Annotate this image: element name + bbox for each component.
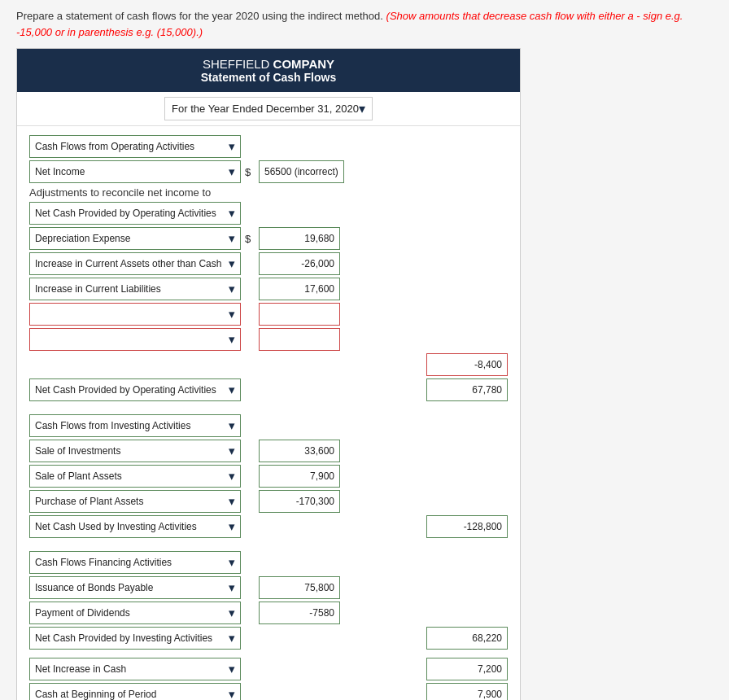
bonds-row: Issuance of Bonds Payable ▾ $ 75,800: [29, 576, 508, 599]
dividends-row: Payment of Dividends ▾ $ -7580: [29, 602, 508, 624]
depreciation-row: Depreciation Expense ▾ $ 19,680: [29, 227, 508, 250]
net-cash-adj-arrow: ▾: [229, 206, 235, 221]
current-assets-label: Increase in Current Assets other than Ca…: [35, 258, 221, 269]
net-cash-financing-arrow: ▾: [229, 631, 235, 645]
current-assets-dropdown[interactable]: Increase in Current Assets other than Ca…: [29, 252, 241, 275]
operating-section-header-row: Cash Flows from Operating Activities ▾: [29, 135, 508, 158]
empty-arrow-2: ▾: [229, 332, 235, 347]
net-income-dollar: $: [245, 166, 255, 178]
operating-section-dropdown[interactable]: Cash Flows from Operating Activities ▾: [29, 135, 241, 158]
bonds-value[interactable]: 75,800: [259, 576, 340, 599]
dividends-arrow: ▾: [229, 606, 235, 620]
period-dropdown-arrow: ▾: [359, 101, 365, 116]
statement-header: SHEFFIELD COMPANY Statement of Cash Flow…: [17, 49, 520, 92]
sale-investments-label: Sale of Investments: [35, 445, 120, 457]
operating-section-label: Cash Flows from Operating Activities: [35, 141, 194, 152]
sale-plant-value[interactable]: 7,900: [259, 465, 340, 488]
empty-row-1: ▾ $: [29, 303, 508, 326]
current-liabilities-value[interactable]: 17,600: [259, 278, 340, 300]
financing-section-dropdown[interactable]: Cash Flows Financing Activities ▾: [29, 551, 241, 574]
net-cash-financing-dropdown[interactable]: Net Cash Provided by Investing Activitie…: [29, 627, 241, 650]
investing-section-header-row: Cash Flows from Investing Activities ▾: [29, 414, 508, 437]
sale-plant-dropdown[interactable]: Sale of Plant Assets ▾: [29, 465, 241, 488]
operating-dropdown-arrow: ▾: [229, 139, 235, 154]
current-liabilities-label: Increase in Current Liabilities: [35, 283, 161, 295]
net-cash-investing-dropdown[interactable]: Net Cash Used by Investing Activities ▾: [29, 515, 241, 538]
empty-value-1[interactable]: [259, 303, 340, 326]
statement-container: SHEFFIELD COMPANY Statement of Cash Flow…: [16, 48, 521, 700]
period-selector[interactable]: For the Year Ended December 31, 2020 ▾: [164, 97, 373, 120]
beginning-cash-value[interactable]: 7,900: [426, 683, 508, 700]
bonds-dropdown[interactable]: Issuance of Bonds Payable ▾: [29, 576, 241, 599]
current-assets-value[interactable]: -26,000: [259, 252, 340, 275]
financing-section-header-row: Cash Flows Financing Activities ▾: [29, 551, 508, 574]
operating-subtotal-row: -8,400: [29, 353, 508, 376]
sale-plant-label: Sale of Plant Assets: [35, 470, 122, 482]
net-income-arrow: ▾: [229, 164, 235, 179]
net-cash-financing-row: Net Cash Provided by Investing Activitie…: [29, 627, 508, 650]
net-income-value[interactable]: 56500 (incorrect): [259, 160, 344, 183]
sale-investments-row: Sale of Investments ▾ $ 33,600: [29, 440, 508, 462]
net-cash-operating-arrow: ▾: [229, 383, 235, 397]
dividends-value[interactable]: -7580: [259, 602, 340, 624]
net-cash-financing-value[interactable]: 68,220: [426, 627, 508, 650]
sale-plant-arrow: ▾: [229, 469, 235, 483]
net-increase-row: Net Increase in Cash ▾ 7,200: [29, 658, 508, 680]
dividends-dropdown[interactable]: Payment of Dividends ▾: [29, 602, 241, 624]
net-increase-arrow: ▾: [229, 662, 235, 676]
empty-dropdown-1[interactable]: ▾: [29, 303, 241, 326]
intro-text: Prepare a statement of cash flows for th…: [16, 8, 713, 40]
investing-section-dropdown[interactable]: Cash Flows from Investing Activities ▾: [29, 414, 241, 437]
purchase-plant-label: Purchase of Plant Assets: [35, 496, 143, 507]
net-cash-operating-dropdown[interactable]: Net Cash Provided by Operating Activitie…: [29, 378, 241, 401]
net-increase-value[interactable]: 7,200: [426, 658, 508, 680]
net-cash-operating-label: Net Cash Provided by Operating Activitie…: [35, 384, 216, 396]
net-cash-investing-value[interactable]: -128,800: [426, 515, 508, 538]
financing-section-label: Cash Flows Financing Activities: [35, 557, 172, 568]
current-liabilities-arrow: ▾: [229, 282, 235, 296]
operating-subtotal-value[interactable]: -8,400: [426, 353, 508, 376]
empty-value-2[interactable]: [259, 328, 340, 351]
net-increase-dropdown[interactable]: Net Increase in Cash ▾: [29, 658, 241, 680]
net-cash-investing-row: Net Cash Used by Investing Activities ▾ …: [29, 515, 508, 538]
purchase-plant-value[interactable]: -170,300: [259, 490, 340, 513]
beginning-cash-arrow: ▾: [229, 687, 235, 700]
purchase-plant-row: Purchase of Plant Assets ▾ $ -170,300: [29, 490, 508, 513]
net-cash-financing-label: Net Cash Provided by Investing Activitie…: [35, 632, 212, 644]
sale-plant-row: Sale of Plant Assets ▾ $ 7,900: [29, 465, 508, 488]
net-cash-investing-label: Net Cash Used by Investing Activities: [35, 521, 197, 532]
net-cash-adj-dropdown[interactable]: Net Cash Provided by Operating Activitie…: [29, 202, 241, 225]
net-cash-investing-arrow: ▾: [229, 519, 235, 534]
current-liabilities-dropdown[interactable]: Increase in Current Liabilities ▾: [29, 278, 241, 300]
statement-title: Statement of Cash Flows: [21, 71, 516, 84]
sale-investments-value[interactable]: 33,600: [259, 440, 340, 462]
net-cash-provided-adj-row: Net Cash Provided by Operating Activitie…: [29, 202, 508, 225]
depreciation-value[interactable]: 19,680: [259, 227, 340, 250]
depreciation-dropdown[interactable]: Depreciation Expense ▾: [29, 227, 241, 250]
net-cash-operating-value[interactable]: 67,780: [426, 378, 508, 401]
purchase-plant-arrow: ▾: [229, 494, 235, 509]
depreciation-label: Depreciation Expense: [35, 233, 130, 244]
depreciation-dollar: $: [245, 233, 255, 245]
purchase-plant-dropdown[interactable]: Purchase of Plant Assets ▾: [29, 490, 241, 513]
period-label: For the Year Ended December 31, 2020: [172, 103, 359, 115]
empty-dropdown-2[interactable]: ▾: [29, 328, 241, 351]
current-liabilities-row: Increase in Current Liabilities ▾ $ 17,6…: [29, 278, 508, 300]
current-assets-arrow: ▾: [229, 256, 235, 271]
beginning-cash-label: Cash at Beginning of Period: [35, 689, 156, 700]
net-cash-adj-label: Net Cash Provided by Operating Activitie…: [35, 208, 216, 219]
empty-row-2: ▾ $: [29, 328, 508, 351]
empty-arrow-1: ▾: [229, 307, 235, 322]
bonds-arrow: ▾: [229, 580, 235, 595]
dividends-label: Payment of Dividends: [35, 607, 130, 619]
period-row: For the Year Ended December 31, 2020 ▾: [17, 92, 520, 126]
adjustments-label: Adjustments to reconcile net income to: [29, 186, 508, 199]
sale-investments-dropdown[interactable]: Sale of Investments ▾: [29, 440, 241, 462]
net-cash-operating-row: Net Cash Provided by Operating Activitie…: [29, 378, 508, 401]
net-income-row: Net Income ▾ $ 56500 (incorrect): [29, 160, 508, 183]
beginning-cash-dropdown[interactable]: Cash at Beginning of Period ▾: [29, 683, 241, 700]
sale-investments-arrow: ▾: [229, 444, 235, 458]
financing-dropdown-arrow: ▾: [229, 555, 235, 570]
current-assets-row: Increase in Current Assets other than Ca…: [29, 252, 508, 275]
net-income-dropdown[interactable]: Net Income ▾: [29, 160, 241, 183]
